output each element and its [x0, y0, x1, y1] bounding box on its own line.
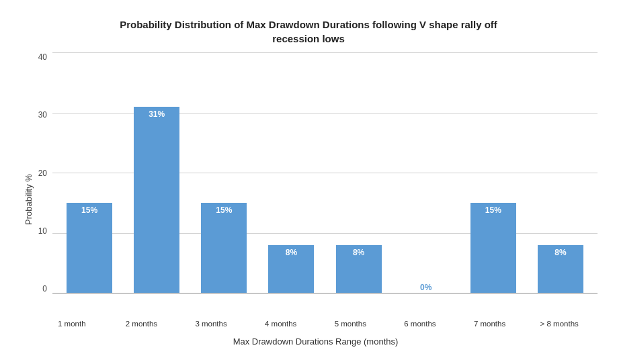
bar-group: 8%: [257, 52, 325, 293]
bar-group: 15%: [56, 52, 123, 293]
bar-group: 15%: [190, 52, 257, 293]
chart-area: 010203040 15%31%15%8%8%0%15%8% 1 month2 …: [34, 52, 598, 347]
x-label: 6 months: [385, 314, 455, 334]
bar-value-label: 8%: [353, 248, 364, 257]
x-label: > 8 months: [524, 314, 594, 334]
y-tick: 30: [34, 110, 47, 120]
x-axis-title: Max Drawdown Durations Range (months): [34, 336, 598, 347]
bar: 8%: [336, 245, 382, 293]
bar-group: 8%: [527, 52, 594, 293]
x-label: 2 months: [107, 314, 177, 334]
bar-value-label: 15%: [216, 206, 232, 215]
bar-value-label: 8%: [554, 248, 566, 257]
bar-value-label: 15%: [485, 206, 501, 215]
axis-line: [52, 293, 598, 293]
x-label: 4 months: [246, 314, 316, 334]
y-tick: 40: [34, 52, 47, 62]
bar: 15%: [470, 203, 516, 293]
x-label: 3 months: [176, 314, 246, 334]
bar-group: 15%: [460, 52, 527, 293]
bar-zero-label: 0%: [420, 283, 431, 292]
bar-value-label: 31%: [149, 109, 165, 119]
chart-title: Probability Distribution of Max Drawdown…: [120, 17, 497, 46]
bar-group: 31%: [123, 52, 190, 293]
bar: 8%: [538, 245, 583, 293]
bars-row: 15%31%15%8%8%0%15%8%: [52, 52, 598, 293]
x-label: 1 month: [37, 314, 107, 334]
y-axis-label: Probability %: [19, 52, 34, 347]
bar: 15%: [67, 203, 112, 293]
chart-container: Probability Distribution of Max Drawdown…: [6, 4, 611, 360]
chart-body: Probability % 010203040 15%31%15%8%8%0%1…: [19, 52, 598, 347]
x-label: 5 months: [316, 314, 386, 334]
bar-value-label: 15%: [81, 206, 97, 215]
plot-area: 010203040 15%31%15%8%8%0%15%8%: [34, 52, 598, 314]
y-tick: 20: [34, 169, 47, 178]
y-tick: 0: [34, 284, 47, 293]
bars-and-grid: 15%31%15%8%8%0%15%8%: [52, 52, 598, 314]
y-tick: 10: [34, 226, 47, 236]
bar: 15%: [201, 203, 247, 293]
bar-group: 0%: [393, 52, 460, 293]
bar-group: 8%: [325, 52, 393, 293]
bar: 8%: [268, 245, 314, 293]
x-axis-labels: 1 month2 months3 months4 months5 months6…: [34, 314, 598, 334]
bar: 31%: [134, 107, 179, 293]
bar-value-label: 8%: [286, 248, 297, 257]
x-label: 7 months: [455, 314, 525, 334]
y-ticks: 010203040: [34, 52, 52, 314]
